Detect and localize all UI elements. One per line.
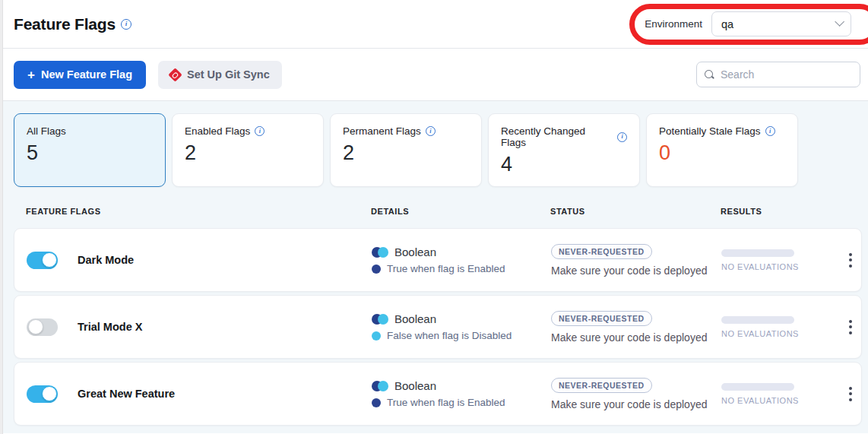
row-actions-cell <box>840 249 861 272</box>
flag-name-link[interactable]: Dark Mode <box>78 254 134 266</box>
kebab-menu-icon[interactable] <box>844 249 857 272</box>
stat-card-value: 2 <box>185 141 311 165</box>
row-actions-cell <box>840 382 861 406</box>
status-cell: NEVER-REQUESTEDMake sure your code is de… <box>551 378 721 410</box>
kebab-menu-icon[interactable] <box>844 382 857 406</box>
default-value-line: True when flag is Enabled <box>372 397 551 408</box>
boolean-circle-cyan <box>378 381 388 391</box>
results-cell: NO EVALUATIONS <box>721 249 840 271</box>
details-cell: BooleanFalse when flag is Disabled <box>372 312 551 341</box>
content-area: All Flags5Enabled Flagsi2Permanent Flags… <box>3 101 868 433</box>
value-type-label: Boolean <box>394 246 436 258</box>
flag-row: Great New FeatureBooleanTrue when flag i… <box>14 362 862 426</box>
boolean-circle-cyan <box>378 314 388 325</box>
stat-card-value: 5 <box>27 141 153 165</box>
evaluations-label: NO EVALUATIONS <box>721 329 840 338</box>
flag-name-cell: Trial Mode X <box>27 318 372 336</box>
title-wrap: Feature Flags i <box>14 15 131 33</box>
stat-card-permanent-flags[interactable]: Permanent Flagsi2 <box>330 113 482 187</box>
stat-card-recently-changed-flags[interactable]: Recently Changed Flagsi4 <box>488 113 640 187</box>
environment-dropdown[interactable]: qa <box>711 11 851 36</box>
status-hint-text: Make sure your code is deployed <box>551 331 707 344</box>
status-cell: NEVER-REQUESTEDMake sure your code is de… <box>551 311 721 344</box>
flag-name-cell: Dark Mode <box>27 252 372 269</box>
status-hint-text: Make sure your code is deployed <box>551 265 707 277</box>
boolean-circle-cyan <box>378 247 388 258</box>
column-header-status: Status <box>550 207 721 216</box>
new-feature-flag-button[interactable]: + New Feature Flag <box>14 61 146 89</box>
sidebar-edge-sliver <box>0 0 3 434</box>
new-feature-flag-label: New Feature Flag <box>41 68 132 81</box>
stat-card-label: Permanent Flagsi <box>343 125 469 137</box>
flag-rows-container: Dark ModeBooleanTrue when flag is Enable… <box>14 228 862 426</box>
git-sync-label: Set Up Git Sync <box>187 68 270 81</box>
stat-card-label: All Flags <box>27 125 153 137</box>
default-value-line: False when flag is Disabled <box>372 330 551 341</box>
flag-toggle[interactable] <box>27 318 58 336</box>
column-header-feature-flags: Feature Flags <box>26 207 371 216</box>
toolbar-left: + New Feature Flag Set Up Git Sync <box>14 61 282 89</box>
flag-name-link[interactable]: Trial Mode X <box>78 321 142 333</box>
toggle-knob <box>42 252 57 268</box>
evaluations-progress-bar <box>721 249 794 257</box>
default-value-dot <box>372 331 381 341</box>
status-badge: NEVER-REQUESTED <box>551 378 652 393</box>
plus-icon: + <box>27 68 35 81</box>
feature-flags-page: Feature Flags i Environment qa + New Fea… <box>3 0 868 434</box>
value-type-line: Boolean <box>372 312 551 325</box>
boolean-type-icon <box>372 247 388 258</box>
evaluations-label: NO EVALUATIONS <box>721 396 840 405</box>
status-badge: NEVER-REQUESTED <box>551 244 652 259</box>
stat-card-label: Potentially Stale Flagsi <box>659 125 785 137</box>
column-header-details: Details <box>371 207 550 216</box>
flag-row: Dark ModeBooleanTrue when flag is Enable… <box>14 228 862 292</box>
status-badge: NEVER-REQUESTED <box>551 311 652 326</box>
default-value-dot <box>372 398 381 407</box>
flag-name-cell: Great New Feature <box>27 385 372 403</box>
default-value-text: False when flag is Disabled <box>387 330 512 341</box>
flag-name-link[interactable]: Great New Feature <box>78 388 175 400</box>
details-cell: BooleanTrue when flag is Enabled <box>372 246 551 274</box>
environment-label: Environment <box>645 18 702 30</box>
stat-card-label: Recently Changed Flagsi <box>501 125 627 148</box>
stat-card-value: 0 <box>659 141 785 165</box>
kebab-menu-icon[interactable] <box>844 315 857 339</box>
toolbar: + New Feature Flag Set Up Git Sync <box>3 49 868 101</box>
page-title-info-icon[interactable]: i <box>121 19 131 30</box>
page-title: Feature Flags <box>14 15 116 33</box>
stat-card-potentially-stale-flags[interactable]: Potentially Stale Flagsi0 <box>646 113 798 187</box>
evaluations-progress-bar <box>721 316 794 324</box>
row-actions-cell <box>840 315 861 339</box>
evaluations-label: NO EVALUATIONS <box>721 262 840 271</box>
status-hint-text: Make sure your code is deployed <box>551 398 707 410</box>
boolean-type-icon <box>372 314 388 325</box>
value-type-line: Boolean <box>372 379 551 392</box>
stat-card-value: 4 <box>501 153 627 176</box>
search-input[interactable] <box>721 68 842 81</box>
flag-toggle[interactable] <box>27 385 58 403</box>
value-type-label: Boolean <box>394 312 436 325</box>
environment-selector: Environment qa <box>645 11 857 36</box>
info-icon[interactable]: i <box>617 132 627 142</box>
info-icon[interactable]: i <box>765 126 775 136</box>
default-value-text: True when flag is Enabled <box>387 263 505 274</box>
setup-git-sync-button[interactable]: Set Up Git Sync <box>158 61 282 89</box>
info-icon[interactable]: i <box>426 126 436 136</box>
stat-card-value: 2 <box>343 141 469 165</box>
column-header-results: Results <box>721 207 839 216</box>
chevron-down-icon <box>835 17 844 27</box>
search-icon <box>705 70 714 80</box>
boolean-type-icon <box>372 381 388 391</box>
toggle-knob <box>42 386 57 401</box>
info-icon[interactable]: i <box>255 126 265 136</box>
stat-card-all-flags[interactable]: All Flags5 <box>14 113 166 187</box>
table-header: Feature Flags Details Status Results <box>14 207 862 216</box>
search-box[interactable] <box>696 62 860 87</box>
default-value-text: True when flag is Enabled <box>387 397 505 408</box>
results-cell: NO EVALUATIONS <box>721 383 840 405</box>
flag-toggle[interactable] <box>27 252 58 269</box>
evaluations-progress-bar <box>721 383 794 391</box>
default-value-dot <box>372 265 381 274</box>
stat-card-enabled-flags[interactable]: Enabled Flagsi2 <box>172 113 324 187</box>
details-cell: BooleanTrue when flag is Enabled <box>372 379 551 408</box>
